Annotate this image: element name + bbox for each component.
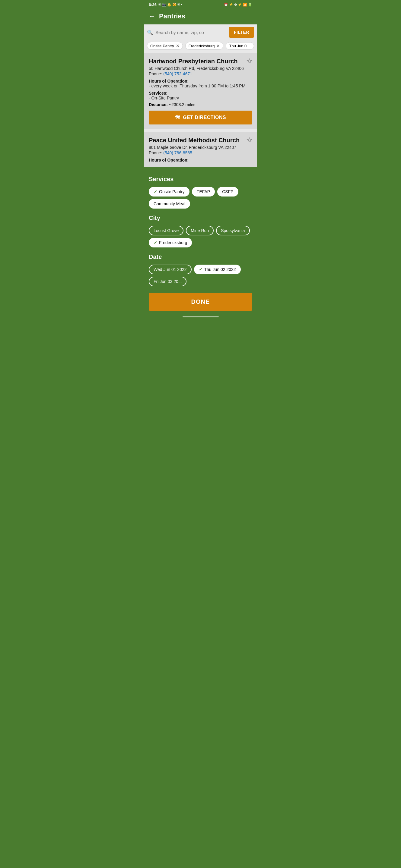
distance: Distance: ~2303.2 miles [149, 102, 252, 107]
status-right-icons: ⏰ ⚡ ⊖ ⚡ 📶 🔋 [224, 3, 252, 7]
card-address: 801 Maple Grove Dr, Fredericksburg VA 22… [149, 145, 252, 150]
card-hartwood: ☆ Hartwood Presbyterian Church 50 Hartwo… [144, 53, 257, 129]
card-address: 50 Hartwood Church Rd, Fredericksburg VA… [149, 66, 252, 71]
header: ← Pantries [144, 9, 257, 24]
card-title: Peace United Methodist Church [149, 136, 252, 144]
services-section-title: Services [149, 176, 252, 183]
filter-button[interactable]: FILTER [229, 27, 254, 38]
star-button-peace[interactable]: ☆ [246, 136, 253, 144]
filter-panel: Services ✓ Onsite Pantry TEFAP CSFP Comm… [144, 170, 257, 314]
chip-label: Fredericksburg [189, 44, 215, 48]
page-title: Pantries [159, 12, 185, 20]
check-icon: ✓ [153, 189, 157, 194]
date-options: Wed Jun 01 2022 ✓ Thu Jun 02 2022 Fri Ju… [149, 265, 252, 286]
date-chip-label: Thu Jun 02 2022 [204, 267, 236, 272]
card-title: Hartwood Presbyterian Church [149, 58, 252, 65]
filter-chip-onsite-pantry[interactable]: Onsite Pantry ✕ [147, 42, 183, 50]
card-phone[interactable]: Phone: (540) 752-4671 [149, 71, 252, 76]
chip-close-onsite[interactable]: ✕ [176, 43, 179, 48]
city-chip-label: Fredericksburg [159, 240, 187, 245]
services-value: - On-Site Pantry [149, 96, 252, 100]
service-chip-csfp[interactable]: CSFP [217, 187, 238, 196]
service-chip-label: CSFP [222, 189, 233, 194]
done-button[interactable]: DONE [149, 293, 252, 311]
bottom-indicator [144, 314, 257, 320]
card-peace-united: ☆ Peace United Methodist Church 801 Mapl… [144, 132, 257, 167]
city-chip-locust-grove[interactable]: Locust Grove [149, 226, 183, 236]
check-icon: ✓ [153, 240, 157, 245]
city-section-title: City [149, 215, 252, 221]
directions-icon: 🗺 [175, 115, 180, 120]
city-options: Locust Grove Mine Run Spotsylvania ✓ Fre… [149, 226, 252, 247]
status-icons: ✉ 📷 🔔 🐱 ✉ • [159, 3, 182, 7]
date-chip-fri[interactable]: Fri Jun 03 20... [149, 277, 187, 286]
status-bar: 6:36 ✉ 📷 🔔 🐱 ✉ • ⏰ ⚡ ⊖ ⚡ 📶 🔋 [144, 0, 257, 9]
date-chip-label: Fri Jun 03 20... [153, 279, 182, 284]
service-chip-label: TEFAP [197, 189, 210, 194]
service-options: ✓ Onsite Pantry TEFAP CSFP Community Mea… [149, 187, 252, 209]
status-time: 6:36 ✉ 📷 🔔 🐱 ✉ • [149, 2, 182, 7]
hours-value: - every week on Thursday from 1:00 PM to… [149, 84, 252, 88]
date-section-title: Date [149, 253, 252, 260]
chip-label: Onsite Pantry [150, 44, 174, 48]
city-chip-label: Locust Grove [153, 228, 179, 233]
filter-chips-row: Onsite Pantry ✕ Fredericksburg ✕ Thu Jun… [144, 40, 257, 53]
service-chip-tefap[interactable]: TEFAP [192, 187, 215, 196]
service-chip-onsite-pantry[interactable]: ✓ Onsite Pantry [149, 187, 190, 196]
city-chip-spotsylvania[interactable]: Spotsylvania [216, 226, 250, 236]
search-icon: 🔍 [147, 30, 153, 35]
check-icon: ✓ [199, 267, 202, 272]
hours-label: Hours of Operation: [149, 79, 252, 84]
home-indicator [182, 316, 219, 317]
back-button[interactable]: ← [149, 12, 155, 20]
city-chip-mine-run[interactable]: Mine Run [186, 226, 213, 236]
service-chip-label: Onsite Pantry [159, 189, 185, 194]
filter-chip-date[interactable]: Thu Jun 02 2022 [226, 42, 254, 50]
chip-close-fredericksburg[interactable]: ✕ [216, 43, 220, 48]
city-chip-label: Mine Run [191, 228, 209, 233]
date-chip-thu[interactable]: ✓ Thu Jun 02 2022 [194, 265, 241, 274]
hours-label-partial: Hours of Operation: [149, 158, 252, 162]
services-label: Services: [149, 91, 252, 96]
main-content: ☆ Hartwood Presbyterian Church 50 Hartwo… [144, 53, 257, 167]
service-chip-label: Community Meal [153, 201, 185, 206]
star-button-hartwood[interactable]: ☆ [246, 57, 253, 65]
filter-chip-fredericksburg[interactable]: Fredericksburg ✕ [185, 42, 224, 50]
search-wrapper: 🔍 [147, 30, 227, 35]
directions-button-hartwood[interactable]: 🗺 GET DIRECTIONS [149, 111, 252, 124]
city-chip-fredericksburg[interactable]: ✓ Fredericksburg [149, 238, 192, 247]
city-chip-label: Spotsylvania [221, 228, 245, 233]
date-chip-label: Wed Jun 01 2022 [153, 267, 187, 272]
search-input[interactable] [155, 30, 227, 35]
date-chip-wed[interactable]: Wed Jun 01 2022 [149, 265, 192, 274]
card-phone[interactable]: Phone: (540) 786-8585 [149, 150, 252, 155]
service-chip-community-meal[interactable]: Community Meal [149, 199, 190, 209]
search-bar: 🔍 FILTER [144, 24, 257, 40]
